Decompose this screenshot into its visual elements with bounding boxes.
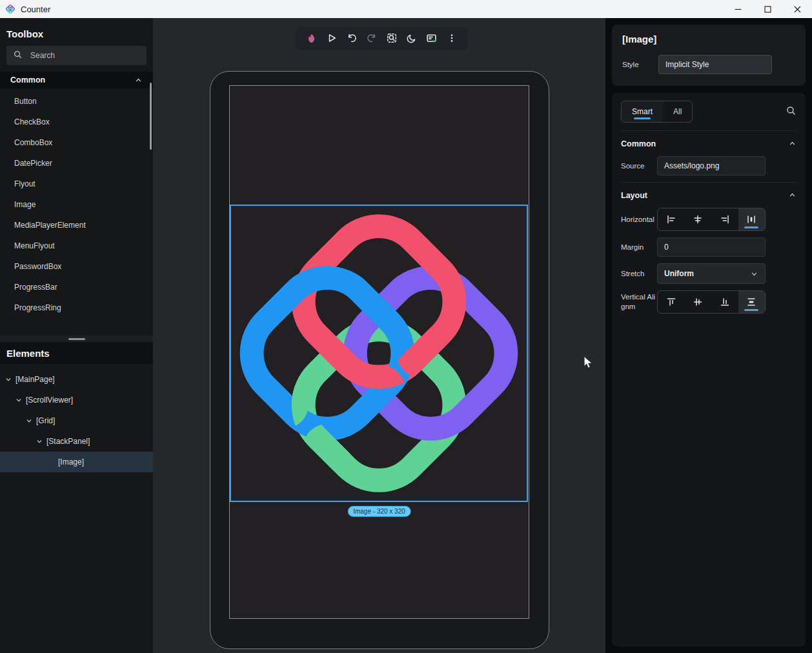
elements-title: Elements: [6, 348, 50, 359]
style-label: Style: [622, 60, 658, 70]
tree-node-label: [ScrollViewer]: [26, 396, 73, 405]
task-check-button[interactable]: [422, 28, 441, 48]
undo-button[interactable]: [342, 28, 361, 48]
toolbox-item-mediaplayerelement[interactable]: MediaPlayerElement: [0, 215, 153, 236]
stretch-vertical-icon: [746, 297, 756, 307]
tree-node-label: [Grid]: [36, 416, 55, 425]
more-icon: [447, 33, 457, 43]
align-bottom-button[interactable]: [711, 291, 738, 313]
stretch-horizontal-button[interactable]: [738, 208, 766, 230]
stretch-label: Stretch: [621, 269, 657, 279]
source-input[interactable]: Assets/logo.png: [657, 156, 766, 176]
style-input[interactable]: Implicit Style: [658, 55, 772, 74]
align-bottom-icon: [720, 297, 730, 307]
chevron-up-icon: [788, 191, 797, 199]
tree-chevron-down-icon[interactable]: [15, 397, 22, 403]
close-button[interactable]: [782, 0, 812, 18]
tree-node-label: [StackPanel]: [46, 437, 90, 446]
align-middle-button[interactable]: [685, 291, 712, 313]
stretch-vertical-button[interactable]: [738, 291, 766, 313]
source-label: Source: [621, 161, 657, 171]
horizontal-alignment-group: [657, 208, 766, 231]
play-icon: [327, 33, 337, 43]
align-right-button[interactable]: [711, 208, 738, 230]
toolbox-item-menuflyout[interactable]: MenuFlyout: [0, 236, 153, 256]
elements-tree: [MainPage][ScrollViewer][Grid][StackPane…: [0, 369, 153, 472]
toolbox-title: Toolbox: [6, 28, 147, 39]
toolbox-item-progressring[interactable]: ProgressRing: [0, 297, 153, 318]
horizontal-alignment-label: Horizontal: [621, 215, 657, 225]
tree-node-scrollviewer[interactable]: [ScrollViewer]: [0, 390, 153, 410]
more-button[interactable]: [442, 28, 461, 48]
toolbox-section-common[interactable]: Common: [0, 72, 153, 88]
align-left-button[interactable]: [658, 208, 685, 230]
theme-moon-icon: [407, 33, 417, 43]
undo-icon: [347, 33, 357, 43]
tree-node-image[interactable]: [Image]: [0, 452, 153, 472]
toolbox-item-button[interactable]: Button: [0, 91, 153, 112]
task-check-icon: [426, 33, 437, 44]
tree-node-grid[interactable]: [Grid]: [0, 410, 153, 431]
toolbox-item-flyout[interactable]: Flyout: [0, 174, 153, 194]
align-right-icon: [720, 214, 730, 225]
toolbox-panel: Toolbox Search Common ButtonCheckBoxComb…: [0, 18, 153, 336]
toolbox-item-datepicker[interactable]: DatePicker: [0, 153, 153, 174]
minimize-button[interactable]: [723, 0, 753, 18]
align-top-button[interactable]: [658, 291, 685, 313]
redo-icon: [367, 33, 377, 43]
tree-chevron-down-icon[interactable]: [26, 417, 32, 424]
inspector-header: [Image]: [622, 34, 795, 45]
zoom-fit-button[interactable]: [382, 28, 401, 48]
tree-node-stackpanel[interactable]: [StackPanel]: [0, 431, 153, 452]
tab-all[interactable]: All: [663, 101, 692, 122]
tree-chevron-down-icon[interactable]: [5, 376, 12, 383]
toolbox-item-progressbar[interactable]: ProgressBar: [0, 277, 153, 297]
splitter-grip-icon: [68, 338, 85, 340]
tree-chevron-down-icon[interactable]: [36, 438, 43, 445]
active-tab-indicator: [634, 117, 651, 119]
theme-moon-button[interactable]: [402, 28, 421, 48]
panel-splitter[interactable]: [0, 336, 153, 342]
toolbox-search-input[interactable]: Search: [6, 46, 147, 65]
tree-node-label: [Image]: [58, 457, 84, 467]
stretch-dropdown[interactable]: Uniform: [657, 263, 766, 284]
stretch-value: Uniform: [664, 269, 694, 278]
properties-search-icon[interactable]: [786, 105, 797, 119]
hot-design-flame-icon: [306, 33, 317, 44]
toolbox-item-combobox[interactable]: ComboBox: [0, 132, 153, 153]
section-layout-header[interactable]: Layout: [621, 182, 797, 208]
section-layout-label: Layout: [621, 191, 647, 200]
inspector-tabs: SmartAll: [621, 101, 693, 123]
titlebar: Counter: [0, 0, 812, 18]
toolbox-item-image[interactable]: Image: [0, 194, 153, 215]
chevron-down-icon: [750, 270, 758, 278]
align-center-button[interactable]: [685, 208, 712, 230]
properties-panel: [Image] Style Implicit Style SmartAll Co…: [605, 18, 812, 653]
margin-label: Margin: [621, 243, 657, 252]
vertical-alignment-label: Vertical Alignm: [621, 292, 657, 312]
mouse-cursor: [582, 356, 594, 372]
design-canvas[interactable]: Image - 320 x 320: [153, 18, 605, 653]
margin-input[interactable]: 0: [657, 237, 766, 257]
uno-logo-image[interactable]: [232, 207, 525, 499]
selection-size-badge: Image - 320 x 320: [347, 506, 411, 517]
toolbox-scrollbar-thumb[interactable]: [150, 83, 152, 150]
page-surface[interactable]: Image - 320 x 320: [229, 85, 529, 619]
stretch-horizontal-icon: [746, 214, 756, 225]
toolbox-item-passwordbox[interactable]: PasswordBox: [0, 256, 153, 277]
toolbox-item-checkbox[interactable]: CheckBox: [0, 112, 153, 132]
tree-node-mainpage[interactable]: [MainPage]: [0, 369, 153, 390]
image-selection-overlay[interactable]: [230, 205, 528, 502]
section-common-header[interactable]: Common: [621, 130, 797, 156]
hot-design-flame-button[interactable]: [302, 28, 321, 48]
play-button[interactable]: [322, 28, 341, 48]
section-common-label: Common: [621, 139, 656, 148]
toolbox-section-label: Common: [10, 75, 45, 85]
tab-label: All: [673, 107, 682, 116]
maximize-button[interactable]: [753, 0, 782, 18]
tab-smart[interactable]: Smart: [622, 101, 663, 122]
selected-element-card: [Image] Style Implicit Style: [612, 25, 806, 86]
redo-button[interactable]: [362, 28, 381, 48]
selected-option-indicator: [744, 309, 758, 311]
properties-card: SmartAll Common Source Assets/logo.png L…: [612, 93, 806, 647]
